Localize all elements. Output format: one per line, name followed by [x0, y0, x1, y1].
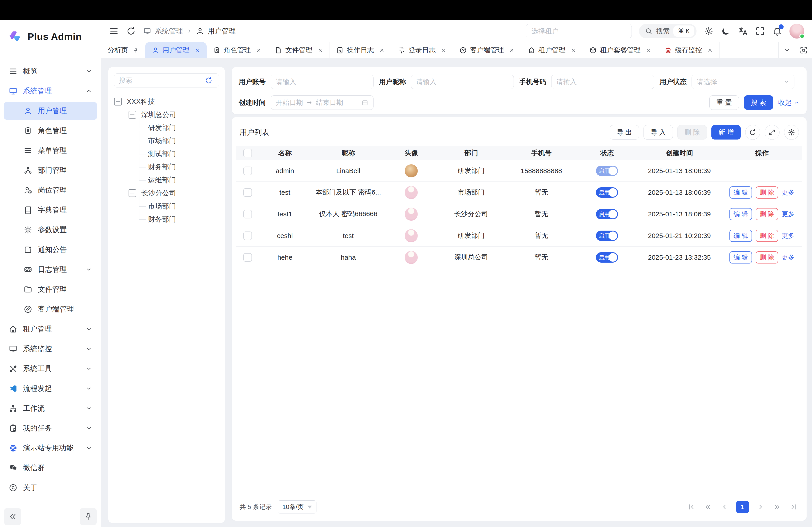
edit-button[interactable]: 编 辑: [729, 251, 752, 264]
fullscreen-icon[interactable]: [755, 26, 765, 36]
sidebar-item-overview[interactable]: 概览: [4, 62, 97, 80]
tab-operation-log[interactable]: 操作日志: [330, 42, 391, 58]
tree-node-company[interactable]: XXX科技: [114, 95, 219, 108]
sidebar-item-dictionary[interactable]: 字典管理: [4, 201, 97, 219]
close-icon[interactable]: [379, 47, 385, 53]
sidebar-item-menus[interactable]: 菜单管理: [4, 141, 97, 160]
delete-row-button[interactable]: 删 除: [756, 186, 778, 199]
tab-users[interactable]: 用户管理: [145, 42, 207, 58]
edit-button[interactable]: 编 辑: [729, 230, 752, 242]
tab-tenants[interactable]: 租户管理: [521, 42, 583, 58]
delete-button[interactable]: 删 除: [677, 125, 707, 139]
collapse-sidebar-button[interactable]: [4, 508, 21, 525]
tab-analytics[interactable]: 分析页: [101, 42, 145, 58]
pin-icon[interactable]: [133, 47, 139, 53]
close-icon[interactable]: [707, 47, 713, 53]
table-settings-button[interactable]: [784, 125, 799, 140]
sidebar-item-my-tasks[interactable]: 我的任务: [4, 419, 97, 437]
delete-row-button[interactable]: 删 除: [756, 208, 778, 220]
sidebar-item-notices[interactable]: 通知公告: [4, 241, 97, 259]
export-button[interactable]: 导 出: [610, 125, 639, 139]
more-button[interactable]: 更多: [782, 188, 794, 197]
collapse-filter-link[interactable]: 收起: [778, 98, 800, 107]
refresh-icon[interactable]: [126, 26, 136, 36]
more-button[interactable]: 更多: [782, 210, 794, 219]
tree-node-rd-dept[interactable]: 研发部门: [114, 121, 219, 134]
tab-login-log[interactable]: 登录日志: [391, 42, 453, 58]
sidebar-item-about[interactable]: 关于: [4, 479, 97, 497]
sidebar-item-workflow[interactable]: 工作流: [4, 400, 97, 418]
notifications-bell-icon[interactable]: [772, 26, 782, 36]
close-icon[interactable]: [256, 47, 262, 53]
sidebar-item-departments[interactable]: 部门管理: [4, 161, 97, 179]
tenant-select-input[interactable]: [526, 24, 632, 38]
status-select[interactable]: 请选择: [692, 75, 794, 89]
tree-search-input[interactable]: [114, 74, 198, 87]
tree-node-test-dept[interactable]: 测试部门: [114, 147, 219, 161]
last-page-button[interactable]: [789, 502, 799, 512]
sidebar-item-clients[interactable]: 客户端管理: [4, 300, 97, 318]
hamburger-icon[interactable]: [109, 26, 119, 36]
sidebar-item-files[interactable]: 文件管理: [4, 281, 97, 298]
tree-node-changsha-branch[interactable]: 长沙分公司: [114, 187, 219, 200]
select-all-checkbox[interactable]: [243, 149, 252, 157]
add-button[interactable]: 新 增: [711, 125, 741, 139]
row-checkbox[interactable]: [243, 167, 252, 175]
sidebar-item-logs[interactable]: 日志管理: [4, 260, 97, 278]
status-toggle[interactable]: 启用: [596, 230, 618, 241]
edit-button[interactable]: 编 辑: [729, 186, 752, 199]
tree-node-changsha-finance[interactable]: 财务部门: [114, 213, 219, 226]
tab-tenant-packages[interactable]: 租户套餐管理: [583, 42, 658, 58]
sidebar-item-posts[interactable]: 岗位管理: [4, 181, 97, 199]
sidebar-item-tools[interactable]: 系统工具: [4, 360, 97, 378]
date-range-picker[interactable]: 开始日期 结束日期: [271, 95, 374, 110]
sidebar-item-demo-features[interactable]: 演示站专用功能: [4, 439, 97, 457]
tree-node-market-dept[interactable]: 市场部门: [114, 134, 219, 147]
tree-node-ops-dept[interactable]: 运维部门: [114, 174, 219, 187]
phone-input[interactable]: [551, 75, 654, 89]
sidebar-item-parameters[interactable]: 参数设置: [4, 221, 97, 239]
tab-list-dropdown-button[interactable]: [779, 42, 795, 58]
delete-row-button[interactable]: 删 除: [756, 230, 778, 242]
breadcrumb-parent[interactable]: 系统管理: [155, 26, 183, 36]
forward-5-pages-button[interactable]: [772, 502, 782, 512]
status-toggle[interactable]: 启用: [596, 252, 618, 262]
status-toggle[interactable]: 启用: [596, 166, 618, 176]
sidebar-item-process[interactable]: 流程发起: [4, 380, 97, 397]
more-button[interactable]: 更多: [782, 253, 794, 262]
nickname-input[interactable]: [411, 75, 514, 89]
tab-roles[interactable]: 角色管理: [207, 42, 268, 58]
import-button[interactable]: 导 入: [643, 125, 673, 139]
current-page-button[interactable]: 1: [736, 501, 749, 513]
edit-button[interactable]: 编 辑: [729, 208, 752, 220]
sidebar-item-system[interactable]: 系统管理: [4, 82, 97, 100]
close-icon[interactable]: [570, 47, 576, 53]
reset-button[interactable]: 重 置: [709, 95, 739, 110]
sidebar-item-wechat-group[interactable]: 微信群: [4, 459, 97, 477]
row-checkbox[interactable]: [243, 188, 252, 197]
status-toggle[interactable]: 启用: [596, 209, 618, 219]
back-5-pages-button[interactable]: [703, 502, 713, 512]
collapse-expander-icon[interactable]: [114, 98, 122, 105]
tree-refresh-button[interactable]: [198, 74, 219, 87]
gear-icon[interactable]: [704, 26, 714, 36]
tab-clients[interactable]: 客户端管理: [453, 42, 521, 58]
close-icon[interactable]: [317, 47, 323, 53]
refresh-table-button[interactable]: [745, 125, 760, 140]
close-icon[interactable]: [509, 47, 515, 53]
delete-row-button[interactable]: 删 除: [756, 251, 778, 264]
row-checkbox[interactable]: [243, 253, 252, 262]
page-size-select[interactable]: 10条/页: [278, 500, 317, 513]
sidebar-item-roles[interactable]: 角色管理: [4, 122, 97, 140]
status-toggle[interactable]: 启用: [596, 187, 618, 198]
close-icon[interactable]: [646, 47, 651, 53]
close-icon[interactable]: [194, 47, 200, 53]
brand[interactable]: Plus Admin: [0, 20, 101, 49]
pin-sidebar-button[interactable]: [79, 508, 97, 525]
account-input[interactable]: [271, 75, 374, 89]
table-fullscreen-button[interactable]: [765, 125, 780, 140]
next-page-button[interactable]: [756, 502, 766, 512]
tab-files[interactable]: 文件管理: [268, 42, 330, 58]
sidebar-item-users[interactable]: 用户管理: [4, 102, 97, 120]
close-icon[interactable]: [440, 47, 446, 53]
